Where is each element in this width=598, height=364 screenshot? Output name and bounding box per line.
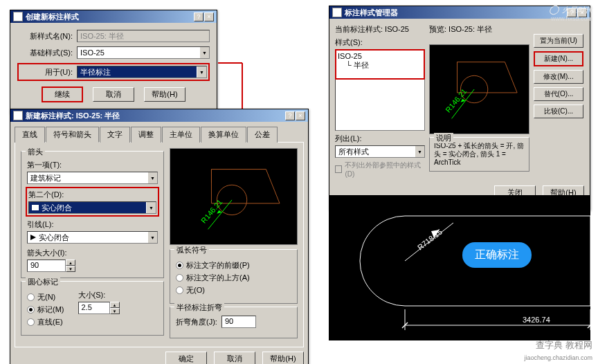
checkbox-external[interactable]: 不列出外部参照中的样式(D) <box>335 161 425 178</box>
spinner-down[interactable]: ▼ <box>110 308 120 314</box>
radio-before[interactable]: 标注文字的前缀(P) <box>176 260 291 271</box>
current-label: 当前标注样式: ISO-25 <box>335 24 425 35</box>
tab-lines[interactable]: 直线 <box>15 127 45 143</box>
help-btn[interactable]: ? <box>285 111 295 120</box>
styles-listbox[interactable]: ISO-25 └ 半径 <box>335 49 425 80</box>
dialog-title: 标注样式管理器 <box>345 8 567 18</box>
close-btn[interactable]: × <box>296 111 305 120</box>
use-combo[interactable]: 半径标注 <box>77 66 207 78</box>
spinner-down[interactable]: ▼ <box>66 266 75 272</box>
cancel-button[interactable]: 取消 <box>214 352 255 364</box>
dialog-title: 创建新标注样式 <box>26 12 194 22</box>
tab-fit[interactable]: 调整 <box>131 127 161 143</box>
size-input[interactable]: 90 <box>27 260 66 272</box>
preview-panel: R146.21 <box>170 148 298 245</box>
checkbox-icon <box>335 165 342 173</box>
arrowhead-group: 箭头 第一项(T): 建筑标记 第二个(D): 实心闭合 引线(L): <box>21 151 164 278</box>
help-button[interactable]: 帮助(H) <box>262 352 304 364</box>
dropdown-icon[interactable] <box>147 172 157 183</box>
radio-arc-none[interactable]: 无(O) <box>176 285 291 295</box>
dropdown-icon[interactable] <box>415 146 424 157</box>
name-label: 新样式名(N): <box>17 31 73 42</box>
radius-jog-group: 半径标注折弯 折弯角度(J): 90 <box>170 307 298 338</box>
tab-primary[interactable]: 主单位 <box>162 127 200 143</box>
correct-badge: 正确标注 <box>462 242 532 268</box>
cancel-button[interactable]: 取消 <box>93 87 134 102</box>
help-button[interactable]: 帮助(H) <box>144 87 185 102</box>
size-s-input[interactable]: 2.5 <box>78 302 110 314</box>
titlebar: ▦ 创建新标注样式 ? × <box>10 10 217 23</box>
size-label: 箭头大小(I): <box>27 248 158 258</box>
new-button[interactable]: 新建(N)... <box>534 51 583 66</box>
dialog-icon: ▦ <box>13 111 23 120</box>
desc-group: 说明 ISO-25 + 弧长的箭头 = 开, 箭头 = 实心闭合, 箭头 1 =… <box>429 137 529 172</box>
styles-label: 样式(S): <box>335 37 425 48</box>
first-combo[interactable]: 建筑标记 <box>27 172 158 184</box>
list-item[interactable]: └ 半径 <box>338 60 422 71</box>
second-combo[interactable]: 实心闭合 <box>28 201 156 214</box>
dialog-icon: ▦ <box>13 12 23 21</box>
dropdown-icon[interactable] <box>197 66 206 78</box>
size-s-label: 大小(S): <box>78 290 120 300</box>
radio-line[interactable]: 直线(E) <box>27 317 64 327</box>
angle-label: 折弯角度(J): <box>176 317 217 327</box>
continue-button[interactable]: 继续 <box>42 87 83 102</box>
cad-result-panel: R718.15 3426.74 <box>329 195 590 340</box>
watermark-logo: ◯ 火星时代 <box>549 4 592 15</box>
tab-alternate[interactable]: 换算单位 <box>201 127 246 143</box>
watermark-url: www.hxsd.com <box>551 15 592 22</box>
close-btn[interactable]: × <box>204 12 214 21</box>
create-style-dialog: ▦ 创建新标注样式 ? × 新样式名(N): ISO-25: 半径 基础样式(S… <box>10 10 217 114</box>
tabs: 直线 符号和箭头 文字 调整 主单位 换算单位 公差 <box>15 126 304 143</box>
svg-text:3426.74: 3426.74 <box>523 316 550 324</box>
angle-input[interactable]: 90 <box>221 316 256 328</box>
preview-panel: R146.21 <box>429 44 529 134</box>
use-label: 用于(U): <box>20 67 73 78</box>
style-manager-dialog: ▦ 标注样式管理器 ? × 当前标注样式: ISO-25 样式(S): ISO-… <box>329 6 590 210</box>
help-btn[interactable]: ? <box>194 12 203 21</box>
list-combo[interactable]: 所有样式 <box>335 145 425 158</box>
arc-symbol-group: 弧长符号 标注文字的前缀(P) 标注文字的上方(A) 无(O) <box>170 249 298 304</box>
list-label: 列出(L): <box>335 134 425 144</box>
dialog-icon: ▦ <box>332 8 342 17</box>
leader-combo[interactable]: 实心闭合 <box>27 231 158 244</box>
dropdown-icon[interactable] <box>147 232 157 243</box>
compare-button[interactable]: 比较(C)... <box>534 104 583 118</box>
spinner-up[interactable]: ▲ <box>110 302 120 308</box>
tab-tolerance[interactable]: 公差 <box>247 127 278 143</box>
center-mark-group: 圆心标记 无(N) 标记(M) 直线(E) 大小(S): 2.5 <box>21 281 164 336</box>
dropdown-icon[interactable] <box>146 202 156 213</box>
watermark-footer2: jiaocheng.chazidian.com <box>524 354 592 361</box>
spinner-up[interactable]: ▲ <box>66 260 75 266</box>
radio-none[interactable]: 无(N) <box>27 292 64 302</box>
name-input: ISO-25: 半径 <box>77 30 210 42</box>
tab-symbols[interactable]: 符号和箭头 <box>46 127 99 143</box>
ok-button[interactable]: 确定 <box>165 352 207 364</box>
tab-text[interactable]: 文字 <box>100 127 130 143</box>
second-label: 第二个(D): <box>28 190 156 200</box>
radio-above[interactable]: 标注文字的上方(A) <box>176 273 291 283</box>
preview-label: 预览: ISO-25: 半径 <box>429 24 529 35</box>
watermark-footer1: 查字典 教程网 <box>536 339 592 352</box>
dropdown-icon[interactable] <box>199 47 209 58</box>
styles-listbox-lower[interactable] <box>335 80 425 131</box>
new-style-dialog: ▦ 新建标注样式: ISO-25: 半径 ? × 直线 符号和箭头 文字 调整 … <box>10 109 309 364</box>
modify-button[interactable]: 修改(M)... <box>534 70 583 84</box>
desc-text: ISO-25 + 弧长的箭头 = 开, 箭头 = 实心闭合, 箭头 1 = Ar… <box>434 142 525 167</box>
radio-mark[interactable]: 标记(M) <box>27 304 64 315</box>
base-combo[interactable]: ISO-25 <box>77 46 210 59</box>
dialog-title: 新建标注样式: ISO-25: 半径 <box>26 111 285 121</box>
leader-label: 引线(L): <box>27 219 158 230</box>
svg-text:R718.15: R718.15 <box>416 228 444 252</box>
titlebar: ▦ 新建标注样式: ISO-25: 半径 ? × <box>10 109 308 122</box>
first-label: 第一项(T): <box>27 160 158 170</box>
override-button[interactable]: 替代(O)... <box>534 87 583 101</box>
setcurrent-button[interactable]: 置为当前(U) <box>534 34 583 48</box>
list-item[interactable]: ISO-25 <box>338 52 422 60</box>
base-label: 基础样式(S): <box>17 48 73 58</box>
